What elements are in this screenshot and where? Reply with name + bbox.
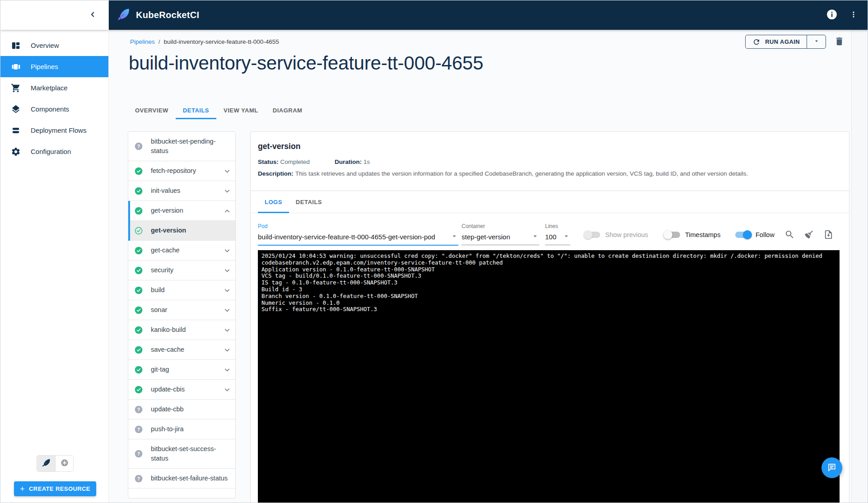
- chevron-down-icon[interactable]: [223, 286, 232, 295]
- task-item-update-cbis[interactable]: update-cbis: [128, 380, 235, 400]
- container-select[interactable]: Container step-get-version: [462, 223, 539, 245]
- svg-text:?: ?: [137, 452, 140, 456]
- svg-text:?: ?: [137, 144, 140, 149]
- tab-logs[interactable]: LOGS: [258, 191, 289, 213]
- log-controls: Pod build-inventory-service-feature-tt-0…: [251, 213, 849, 250]
- check-circle-icon: [134, 326, 143, 335]
- task-item-build[interactable]: build: [128, 280, 235, 300]
- description-text: This task retrieves and updates the vers…: [295, 170, 748, 177]
- task-item-label: fetch-repository: [151, 166, 223, 176]
- task-item-get-version[interactable]: get-version: [130, 201, 235, 221]
- create-resource-button[interactable]: + CREATE RESOURCE: [14, 481, 96, 496]
- tab-overview[interactable]: OVERVIEW: [128, 101, 176, 119]
- pod-value: build-inventory-service-feature-tt-000-4…: [258, 233, 435, 241]
- task-item-fetch-repository[interactable]: fetch-repository: [128, 161, 235, 181]
- status-value: Completed: [280, 158, 310, 165]
- krci-logo-toggle-button[interactable]: [37, 456, 55, 471]
- task-item-save-cache[interactable]: save-cache: [128, 340, 235, 360]
- tab-view-yaml[interactable]: VIEW YAML: [216, 101, 266, 119]
- toggle-timestamps[interactable]: Timestamps: [665, 231, 720, 238]
- task-item-label: get-version: [151, 206, 223, 215]
- lines-select[interactable]: Lines 100: [545, 223, 570, 245]
- task-item-kaniko-build[interactable]: kaniko-build: [128, 320, 235, 340]
- task-item-get-version[interactable]: get-version: [130, 221, 235, 241]
- task-item-push-to-jira[interactable]: ?push-to-jira: [128, 419, 235, 439]
- download-button[interactable]: [823, 229, 834, 241]
- sidebar-item-label: Components: [31, 105, 69, 113]
- check-circle-icon: [134, 385, 143, 394]
- run-again-button[interactable]: RUN AGAIN: [746, 35, 807, 48]
- chevron-down-icon[interactable]: [223, 246, 232, 255]
- check-circle-icon: [134, 345, 143, 354]
- run-again-dropdown-button[interactable]: [807, 35, 826, 48]
- page-scrollbar-track[interactable]: [851, 30, 868, 503]
- delete-pipeline-button[interactable]: [834, 36, 845, 48]
- task-item-label: push-to-jira: [151, 424, 232, 434]
- chevron-down-icon[interactable]: [223, 385, 232, 394]
- chevron-down-icon[interactable]: [223, 326, 232, 335]
- chat-fab-button[interactable]: [821, 457, 842, 478]
- header-actions: RUN AGAIN: [745, 35, 845, 49]
- task-item-bitbucket-set-success-status[interactable]: ?bitbucket-set-success-status: [128, 439, 235, 469]
- chevron-down-icon[interactable]: [223, 345, 232, 354]
- tab-diagram[interactable]: DIAGRAM: [266, 101, 310, 119]
- task-item-label: git-tag: [151, 365, 223, 374]
- toggle-follow[interactable]: Follow: [735, 231, 775, 238]
- chevron-down-icon[interactable]: [223, 365, 232, 374]
- chevron-down-icon[interactable]: [223, 167, 232, 176]
- sidebar-item-overview[interactable]: Overview: [0, 35, 108, 56]
- sidebar-item-pipelines[interactable]: Pipelines: [0, 56, 108, 77]
- chevron-down-icon[interactable]: [223, 266, 232, 275]
- task-item-label: bitbucket-set-success-status: [151, 444, 232, 463]
- container-label: Container: [462, 223, 539, 229]
- trash-icon: [834, 41, 845, 48]
- sidebar-item-label: Configuration: [31, 148, 71, 155]
- caret-down-icon: [813, 38, 820, 46]
- kubernetes-toggle-button[interactable]: [55, 456, 73, 471]
- task-item-sonar[interactable]: sonar: [128, 300, 235, 320]
- search-icon: [784, 229, 795, 241]
- sidebar-item-deployment-flows[interactable]: Deployment Flows: [0, 120, 108, 141]
- app-logo: KubeRocketCI: [117, 8, 199, 23]
- task-item-bitbucket-set-failure-status[interactable]: ?bitbucket-set-failure-status: [128, 469, 235, 489]
- info-button[interactable]: [826, 9, 838, 22]
- overview-icon: [11, 41, 21, 51]
- chevron-up-icon[interactable]: [223, 206, 232, 215]
- components-icon: [11, 104, 21, 114]
- sidebar-item-configuration[interactable]: Configuration: [0, 141, 108, 162]
- log-terminal[interactable]: 2025/01/24 10:04:53 warning: unsuccessfu…: [258, 250, 840, 503]
- search-button[interactable]: [784, 229, 795, 241]
- sidebar-item-components[interactable]: Components: [0, 98, 108, 120]
- task-item-security[interactable]: security: [128, 261, 235, 280]
- question-circle-icon: ?: [134, 142, 143, 151]
- breadcrumb-pipelines-link[interactable]: Pipelines: [130, 38, 155, 45]
- check-circle-icon: [134, 306, 143, 315]
- switch-thumb: [663, 230, 672, 239]
- chevron-down-icon[interactable]: [223, 186, 232, 196]
- description-label: Description:: [258, 170, 294, 177]
- deployment-flows-icon: [11, 126, 21, 135]
- log-toolbar: [784, 229, 834, 241]
- page-title: build-inventory-service-feature-tt-000-4…: [129, 52, 483, 74]
- task-item-label: get-version: [151, 226, 232, 235]
- sidebar-collapse-button[interactable]: [89, 10, 97, 20]
- caret-down-icon: [450, 232, 458, 242]
- question-circle-icon: ?: [134, 449, 143, 458]
- task-item-git-tag[interactable]: git-tag: [128, 360, 235, 380]
- kebab-menu-button[interactable]: [849, 10, 858, 20]
- task-item-bitbucket-set-pending-status[interactable]: ?bitbucket-set-pending-status: [128, 132, 235, 161]
- task-item-update-cbb[interactable]: ?update-cbb: [128, 400, 235, 419]
- task-item-get-cache[interactable]: get-cache: [128, 241, 235, 261]
- sidebar-item-label: Pipelines: [31, 63, 58, 70]
- tab-details[interactable]: DETAILS: [176, 101, 216, 119]
- task-item-init-values[interactable]: init-values: [128, 181, 235, 201]
- broom-button[interactable]: [804, 229, 814, 241]
- check-circle-icon: [134, 186, 143, 196]
- question-circle-icon: ?: [134, 425, 143, 434]
- chevron-down-icon[interactable]: [223, 306, 232, 315]
- tab-details[interactable]: DETAILS: [289, 191, 329, 213]
- sidebar-item-marketplace[interactable]: Marketplace: [0, 77, 108, 98]
- task-detail-panel: get-version Status: Completed Duration: …: [250, 131, 849, 503]
- task-item-label: build: [151, 285, 223, 295]
- pod-select[interactable]: Pod build-inventory-service-feature-tt-0…: [258, 223, 458, 246]
